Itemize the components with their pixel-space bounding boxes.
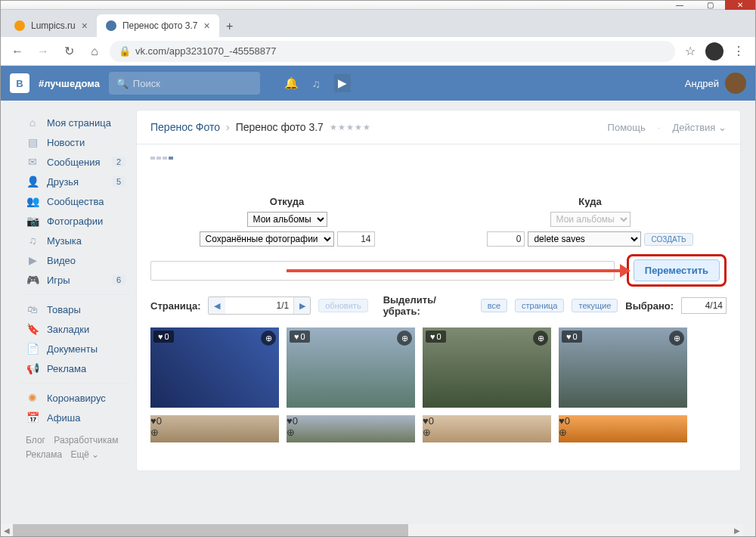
- music-icon[interactable]: ♫: [312, 77, 321, 90]
- dest-column: Куда Мои альбомы 0 delete saves СОЗДАТЬ: [454, 196, 727, 247]
- photo-thumbnail[interactable]: ♥0⊕: [150, 327, 279, 408]
- heart-icon: ♥: [158, 332, 163, 341]
- footer-link[interactable]: Реклама: [26, 449, 62, 460]
- home-button[interactable]: ⌂: [84, 41, 105, 62]
- sidebar-item-bookmarks[interactable]: 🔖Закладки: [21, 319, 130, 339]
- scroll-right-icon[interactable]: ▶: [731, 524, 743, 536]
- sidebar-item-photos[interactable]: 📷Фотографии: [21, 211, 130, 231]
- photo-thumbnail[interactable]: ♥0⊕: [423, 327, 551, 408]
- vk-header: B #лучшедома 🔍 Поиск 🔔 ♫ ▶ Андрей: [1, 66, 755, 101]
- sidebar-item-video[interactable]: ▶Видео: [21, 250, 130, 270]
- source-column: Откуда Мои альбомы Сохранённые фотографи…: [150, 196, 423, 247]
- notifications-icon[interactable]: 🔔: [284, 76, 299, 90]
- zoom-icon[interactable]: ⊕: [533, 331, 548, 346]
- user-avatar-icon: [725, 73, 746, 94]
- tab-close-icon[interactable]: ×: [204, 20, 210, 32]
- address-bar: ← → ↻ ⌂ 🔒 vk.com/app3231070_-45558877 ☆ …: [1, 37, 755, 66]
- footer-link[interactable]: Блог: [26, 435, 45, 445]
- browser-tab-lumpics[interactable]: Lumpics.ru ×: [5, 14, 97, 37]
- back-button[interactable]: ←: [7, 41, 28, 62]
- page-prev-button[interactable]: ◀: [209, 297, 225, 314]
- app-body: Откуда Мои альбомы Сохранённые фотографи…: [137, 144, 740, 455]
- page-next-button[interactable]: ▶: [293, 297, 310, 314]
- dest-album-select[interactable]: Мои альбомы: [550, 212, 631, 227]
- move-button[interactable]: Переместить: [634, 259, 720, 281]
- select-current-button[interactable]: текущие: [572, 299, 618, 312]
- sidebar-item-games[interactable]: 🎮Игры6: [21, 270, 130, 290]
- photo-thumbnail[interactable]: ♥0⊕: [287, 415, 415, 442]
- new-tab-button[interactable]: +: [219, 16, 240, 37]
- heart-icon: ♥: [287, 415, 293, 427]
- footer-link[interactable]: Разработчикам: [54, 435, 118, 445]
- rating-stars-icon[interactable]: ★★★★★: [330, 123, 371, 132]
- zoom-icon[interactable]: ⊕: [423, 427, 551, 438]
- separator: [21, 294, 130, 295]
- browser-tab-perenos[interactable]: Перенос фото 3.7 ×: [97, 14, 219, 37]
- main-panel: Перенос Фото › Перенос фото 3.7 ★★★★★ По…: [136, 110, 741, 471]
- sidebar-item-events[interactable]: 📅Афиша: [21, 408, 130, 427]
- dest-title: Куда: [578, 196, 601, 207]
- sidebar-item-friends[interactable]: 👤Друзья5: [21, 172, 130, 191]
- groups-icon: 👥: [26, 195, 39, 207]
- zoom-icon[interactable]: ⊕: [261, 331, 276, 346]
- source-album-select[interactable]: Мои альбомы: [247, 212, 327, 227]
- help-link[interactable]: Помощь: [608, 122, 646, 133]
- profile-avatar[interactable]: [705, 42, 723, 61]
- source-subalbum-select[interactable]: Сохранённые фотографии: [200, 231, 334, 247]
- separator: [21, 383, 130, 383]
- zoom-icon[interactable]: ⊕: [287, 427, 415, 438]
- select-page-button[interactable]: страница: [515, 299, 564, 312]
- footer-link[interactable]: Ещё ⌄: [70, 449, 99, 460]
- sidebar-item-ads[interactable]: 📢Реклама: [21, 359, 130, 378]
- horizontal-scrollbar[interactable]: ◀ ▶: [1, 524, 743, 536]
- heart-icon: ♥: [294, 332, 299, 341]
- forward-button[interactable]: →: [33, 41, 54, 62]
- zoom-icon[interactable]: ⊕: [669, 331, 684, 346]
- sidebar-item-music[interactable]: ♫Музыка: [21, 231, 130, 250]
- sidebar-item-covid[interactable]: ✺Коронавирус: [21, 388, 130, 408]
- badge: 5: [112, 176, 125, 187]
- scroll-left-icon[interactable]: ◀: [1, 524, 13, 536]
- photo-thumbnail[interactable]: ♥0⊕: [559, 327, 687, 408]
- zoom-icon[interactable]: ⊕: [150, 427, 279, 438]
- sidebar-item-news[interactable]: ▤Новости: [21, 132, 130, 152]
- zoom-icon[interactable]: ⊕: [559, 427, 687, 438]
- search-input[interactable]: 🔍 Поиск: [109, 72, 260, 95]
- bookmark-star-icon[interactable]: ☆: [680, 41, 701, 62]
- sidebar-item-messages[interactable]: ✉Сообщения2: [21, 152, 130, 172]
- refresh-button[interactable]: обновить: [318, 299, 367, 312]
- user-menu[interactable]: Андрей: [685, 73, 746, 94]
- search-placeholder: Поиск: [133, 78, 160, 89]
- reload-button[interactable]: ↻: [58, 41, 79, 62]
- banner-area: [150, 157, 727, 178]
- url-text: vk.com/app3231070_-45558877: [135, 45, 276, 57]
- photo-thumbnail[interactable]: ♥0⊕: [287, 327, 415, 408]
- like-badge: ♥0: [426, 331, 446, 343]
- photo-thumbnail[interactable]: ♥0⊕: [150, 415, 279, 442]
- photo-thumbnail-selected[interactable]: ♥0⊕: [423, 415, 551, 442]
- scrollbar-thumb[interactable]: [13, 524, 408, 536]
- play-icon[interactable]: ▶: [334, 74, 351, 92]
- select-all-button[interactable]: все: [481, 299, 507, 312]
- like-badge: ♥0: [153, 331, 174, 343]
- zoom-icon[interactable]: ⊕: [397, 331, 412, 346]
- header-hashtag[interactable]: #лучшедома: [39, 78, 100, 89]
- menu-icon[interactable]: ⋮: [728, 41, 749, 62]
- photo-thumbnail-selected[interactable]: ♥0⊕: [559, 415, 687, 442]
- selected-label: Выбрано:: [625, 300, 674, 312]
- music-icon: ♫: [26, 234, 39, 247]
- calendar-icon: 📅: [26, 411, 39, 424]
- actions-dropdown[interactable]: Действия ⌄: [672, 122, 727, 133]
- create-album-button[interactable]: СОЗДАТЬ: [644, 233, 692, 246]
- sidebar-item-profile[interactable]: ⌂Моя страница: [21, 113, 130, 132]
- sidebar-item-market[interactable]: 🛍Товары: [21, 300, 130, 319]
- breadcrumb-root[interactable]: Перенос Фото: [150, 121, 220, 133]
- tab-close-icon[interactable]: ×: [82, 20, 88, 32]
- sidebar-item-communities[interactable]: 👥Сообщества: [21, 191, 130, 211]
- dest-subalbum-select[interactable]: delete saves: [528, 231, 641, 247]
- sidebar-item-documents[interactable]: 📄Документы: [21, 339, 130, 359]
- news-icon: ▤: [26, 136, 39, 148]
- url-input[interactable]: 🔒 vk.com/app3231070_-45558877: [110, 41, 675, 62]
- vk-logo[interactable]: B: [10, 73, 29, 93]
- sidebar: ⌂Моя страница ▤Новости ✉Сообщения2 👤Друз…: [15, 110, 136, 471]
